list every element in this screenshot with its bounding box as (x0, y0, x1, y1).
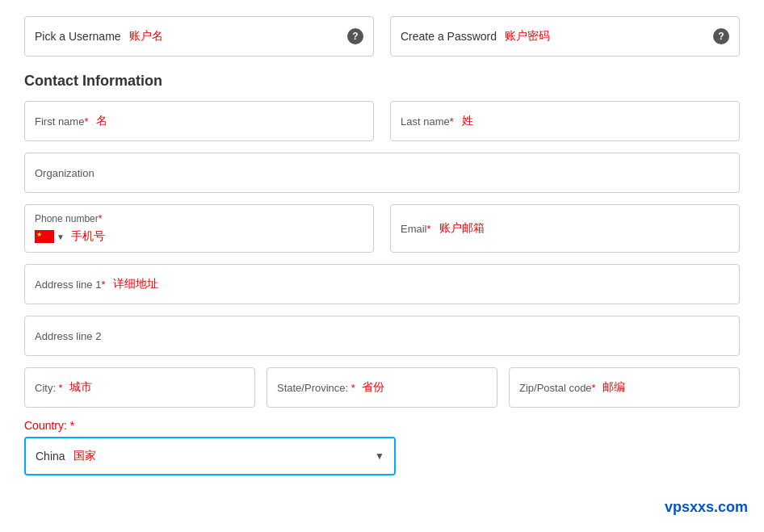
password-label-en: Create a Password (401, 30, 497, 43)
state-label: State/Province: * (277, 382, 355, 394)
watermark: vpsxxs.com (665, 499, 748, 500)
city-field[interactable]: City: * 城市 (24, 367, 255, 408)
zip-cn: 邮编 (602, 380, 625, 395)
username-field[interactable]: Pick a Username 账户名 ? (24, 16, 374, 57)
email-field[interactable]: Email* 账户邮箱 (390, 204, 740, 253)
state-cn: 省份 (362, 380, 384, 395)
country-label: Country: * (24, 419, 740, 432)
first-name-label: First name* (35, 115, 88, 128)
address2-field[interactable]: Address line 2 (24, 316, 740, 356)
address1-cn: 详细地址 (113, 277, 158, 291)
phone-label: Phone number* (35, 213, 363, 224)
password-field[interactable]: Create a Password 账户密码 ? (390, 16, 740, 57)
email-cn: 账户邮箱 (439, 221, 485, 236)
zip-label: Zip/Postal code* (519, 382, 596, 394)
organization-field[interactable]: Organization (24, 153, 740, 193)
country-value-cn: 国家 (73, 449, 96, 463)
first-name-cn: 名 (96, 114, 107, 128)
email-label: Email* (401, 223, 431, 235)
last-name-label: Last name* (401, 115, 454, 128)
username-help-icon[interactable]: ? (347, 28, 363, 44)
address1-label: Address line 1* (35, 279, 105, 291)
password-help-icon[interactable]: ? (713, 28, 729, 44)
country-value-en: China (36, 450, 65, 463)
flag-dropdown-arrow: ▼ (57, 232, 65, 241)
org-label: Organization (35, 167, 94, 179)
last-name-cn: 姓 (462, 114, 473, 128)
phone-field[interactable]: Phone number* ★ ▼ 手机号 (24, 204, 374, 253)
country-flag-dropdown[interactable]: ★ ▼ (35, 230, 65, 243)
username-label-cn: 账户名 (129, 29, 163, 44)
flag-icon: ★ (35, 230, 54, 243)
country-select[interactable]: China 国家 ▼ (24, 437, 396, 475)
city-label: City: * (35, 382, 63, 394)
contact-section-title: Contact Information (24, 73, 740, 90)
zip-field[interactable]: Zip/Postal code* 邮编 (509, 367, 740, 408)
city-cn: 城市 (69, 380, 92, 395)
phone-cn: 手机号 (71, 229, 105, 244)
address2-label: Address line 2 (35, 330, 101, 342)
state-field[interactable]: State/Province: * 省份 (267, 367, 497, 408)
last-name-field[interactable]: Last name* 姓 (390, 101, 740, 141)
address1-field[interactable]: Address line 1* 详细地址 (24, 264, 740, 304)
username-label-en: Pick a Username (35, 30, 121, 43)
first-name-field[interactable]: First name* 名 (24, 101, 374, 141)
country-dropdown-arrow: ▼ (375, 450, 384, 462)
password-label-cn: 账户密码 (505, 29, 550, 44)
